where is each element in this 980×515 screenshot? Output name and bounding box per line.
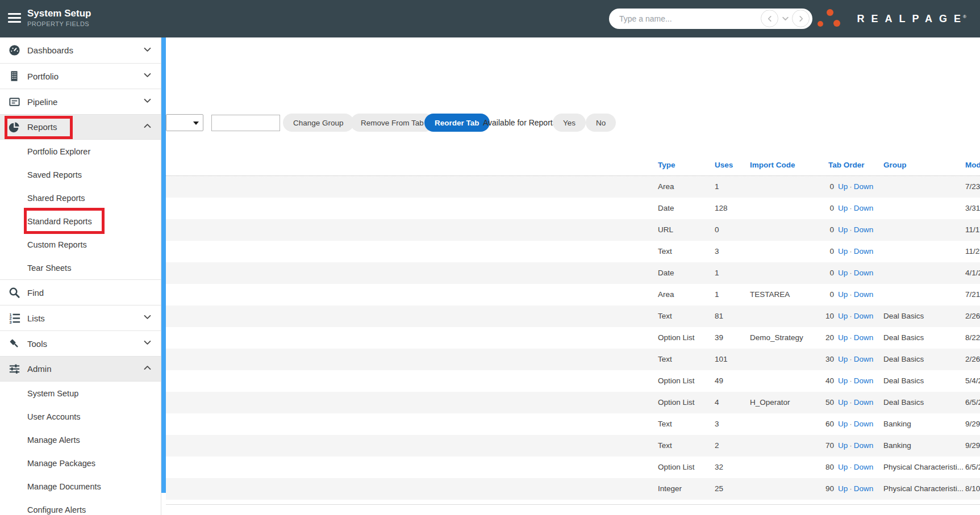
table-row[interactable]: Date1280Up·Down3/31, (166, 198, 980, 219)
table-row[interactable]: Option List4H_Operator50Up·DownDeal Basi… (166, 392, 980, 413)
move-up-link[interactable]: Up (838, 204, 848, 212)
expand-results-button[interactable] (778, 14, 792, 23)
move-up-link[interactable]: Up (838, 247, 848, 256)
table-row[interactable]: Option List3280Up·DownPhysical Character… (166, 457, 980, 478)
move-up-link[interactable]: Up (838, 398, 848, 407)
available-no-button[interactable]: No (586, 114, 616, 132)
column-header-modified[interactable]: Modified (965, 154, 980, 176)
sidebar-subitem-standard-reports[interactable]: Standard Reports (0, 210, 161, 233)
move-up-link[interactable]: Up (838, 441, 848, 450)
move-up-link[interactable]: Up (838, 290, 848, 299)
sidebar-item-dashboards[interactable]: Dashboards (0, 37, 161, 63)
sidebar-subitem-manage-alerts[interactable]: Manage Alerts (0, 428, 161, 451)
sidebar-subitem-system-setup[interactable]: System Setup (0, 382, 161, 405)
table-row[interactable]: Integer2590Up·DownPhysical Characteristi… (166, 478, 980, 500)
table-row[interactable]: Text8110Up·DownDeal Basics2/26, (166, 305, 980, 327)
tab-order-value: 90 (825, 478, 834, 500)
move-down-link[interactable]: Down (854, 269, 874, 277)
group-select-dropdown[interactable] (166, 114, 203, 131)
tab-order-value: 70 (825, 435, 834, 457)
column-header-tab-order[interactable]: Tab Order (828, 154, 865, 176)
sidebar-subitem-manage-packages[interactable]: Manage Packages (0, 451, 161, 475)
move-up-link[interactable]: Up (838, 333, 848, 342)
move-up-link[interactable]: Up (838, 484, 848, 493)
sidebar-item-portfolio[interactable]: Portfolio (0, 63, 161, 89)
move-down-link[interactable]: Down (854, 484, 874, 493)
sidebar-item-lists[interactable]: 123Lists (0, 305, 161, 330)
table-row[interactable]: Date10Up·Down4/1/2 (166, 262, 980, 284)
sidebar-item-label: Lists (27, 313, 45, 323)
move-up-link[interactable]: Up (838, 463, 848, 471)
available-yes-button[interactable]: Yes (553, 114, 586, 132)
sidebar-subitem-user-accounts[interactable]: User Accounts (0, 405, 161, 428)
move-down-link[interactable]: Down (854, 333, 874, 342)
next-result-button[interactable] (792, 10, 810, 27)
move-down-link[interactable]: Down (854, 420, 874, 428)
move-down-link[interactable]: Down (854, 204, 874, 212)
hamburger-menu-icon[interactable] (8, 13, 22, 24)
sidebar-subitem-configure-alerts[interactable]: Configure Alerts (0, 498, 161, 515)
page-title: System Setup (27, 7, 91, 19)
sidebar-subitem-portfolio-explorer[interactable]: Portfolio Explorer (0, 140, 161, 163)
sidebar-subitem-saved-reports[interactable]: Saved Reports (0, 163, 161, 186)
app-root: System Setup PROPERTY FIELDS REALPAGE (0, 0, 980, 515)
cell-modified: 6/5/2 (965, 392, 980, 413)
column-header-group[interactable]: Group (883, 154, 907, 176)
move-down-link[interactable]: Down (854, 225, 874, 234)
move-down-link[interactable]: Down (854, 355, 874, 363)
select-caret-icon (193, 122, 199, 125)
move-down-link[interactable]: Down (854, 247, 874, 256)
sidebar-subitem-manage-documents[interactable]: Manage Documents (0, 475, 161, 498)
table-row[interactable]: Text360Up·DownBanking9/29, (166, 413, 980, 435)
tab-order-value: 30 (825, 349, 834, 370)
sidebar-item-find[interactable]: Find (0, 279, 161, 305)
table-row[interactable]: Text10130Up·DownDeal Basics2/26, (166, 349, 980, 370)
move-up-link[interactable]: Up (838, 225, 848, 234)
table-row[interactable]: Area10Up·Down7/23, (166, 176, 980, 198)
sidebar-item-reports[interactable]: Reports (0, 114, 161, 140)
table-row[interactable]: Text30Up·Down11/23 (166, 241, 980, 262)
move-down-link[interactable]: Down (854, 463, 874, 471)
sidebar-sublist-admin: System SetupUser AccountsManage AlertsMa… (0, 382, 161, 515)
sidebar-subitem-shared-reports[interactable]: Shared Reports (0, 186, 161, 210)
move-down-link[interactable]: Down (854, 290, 874, 299)
table-row[interactable]: Option List39Demo_Strategy20Up·DownDeal … (166, 327, 980, 349)
sidebar-item-label: Pipeline (27, 97, 57, 107)
move-up-link[interactable]: Up (838, 420, 848, 428)
sidebar-subitem-custom-reports[interactable]: Custom Reports (0, 233, 161, 256)
table-row[interactable]: URL00Up·Down11/17 (166, 219, 980, 241)
sidebar-item-admin[interactable]: Admin (0, 356, 161, 382)
move-down-link[interactable]: Down (854, 441, 874, 450)
move-up-link[interactable]: Up (838, 182, 848, 191)
cell-type: Text (658, 413, 672, 435)
column-header-type[interactable]: Type (658, 154, 675, 176)
move-up-link[interactable]: Up (838, 269, 848, 277)
column-header-import-code[interactable]: Import Code (750, 154, 795, 176)
cell-tab-order: 0Up·Down (825, 262, 873, 284)
reorder-tab-button[interactable]: Reorder Tab (424, 114, 490, 132)
move-down-link[interactable]: Down (854, 398, 874, 407)
sidebar-scrollbar-thumb[interactable] (161, 37, 166, 493)
search-input[interactable] (609, 14, 740, 23)
cell-uses: 3 (715, 413, 719, 435)
toolbar-text-input[interactable] (211, 115, 280, 131)
sidebar-item-pipeline[interactable]: Pipeline (0, 89, 161, 114)
remove-from-tab-button[interactable]: Remove From Tab (351, 114, 434, 132)
change-group-button[interactable]: Change Group (283, 114, 354, 132)
cell-modified: 9/29, (965, 435, 980, 457)
table-row[interactable]: Text270Up·DownBanking9/29, (166, 435, 980, 457)
cell-type: Option List (658, 392, 695, 413)
column-header-uses[interactable]: Uses (715, 154, 733, 176)
move-up-link[interactable]: Up (838, 355, 848, 363)
move-down-link[interactable]: Down (854, 376, 874, 385)
sidebar-item-tools[interactable]: Tools (0, 330, 161, 356)
move-up-link[interactable]: Up (838, 376, 848, 385)
table-row[interactable]: Option List4940Up·DownDeal Basics5/4/2 (166, 370, 980, 392)
move-down-link[interactable]: Down (854, 182, 874, 191)
prev-result-button[interactable] (761, 10, 778, 27)
sidebar-subitem-tear-sheets[interactable]: Tear Sheets (0, 256, 161, 279)
cell-type: Text (658, 241, 672, 262)
table-row[interactable]: Area1TESTAREA0Up·Down7/21, (166, 284, 980, 305)
move-up-link[interactable]: Up (838, 312, 848, 320)
move-down-link[interactable]: Down (854, 312, 874, 320)
